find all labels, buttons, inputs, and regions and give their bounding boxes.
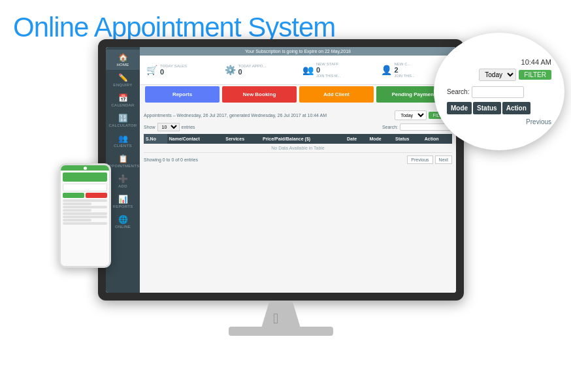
zoom-filter-select[interactable]: Today (479, 69, 516, 81)
sidebar-item-home[interactable]: 🏠 HOME (106, 50, 140, 70)
reports-icon: 📊 (118, 195, 128, 204)
enquiry-icon: ✏️ (118, 73, 128, 82)
home-icon: 🏠 (118, 53, 128, 62)
phone-line-5 (63, 212, 107, 215)
page-title: Online Appointment System (13, 12, 335, 43)
staff-info: NEW STAFF 0 JOIN THIS M... (316, 62, 340, 78)
appointments-table: S.No Name/Contact Services Price/Paid/Ba… (144, 134, 452, 153)
appo-info: TODAY APPO... 0 (238, 64, 267, 76)
phone-line-1 (63, 199, 107, 202)
col-sno: S.No (144, 134, 167, 144)
phone-line-4 (63, 209, 91, 212)
zoom-col-status: Status (473, 102, 501, 114)
phone-bar-1 (63, 172, 107, 182)
stat-new-staff: 👥 NEW STAFF 0 JOIN THIS M... (300, 59, 374, 80)
monitor-screen: 🏠 HOME ✏️ ENQUIRY 📅 CALENDAR 🔢 CALCULATO… (106, 47, 456, 293)
entries-select[interactable]: 10 (157, 123, 180, 131)
main-content: Your Subscription is going to Expire on … (140, 47, 456, 293)
phone-tag-red (86, 193, 107, 198)
phone-line-2 (63, 203, 91, 205)
sidebar-item-enquiry[interactable]: ✏️ ENQUIRY (106, 70, 140, 90)
staff-value: 0 (316, 66, 340, 74)
banner-text: Your Subscription is going to Expire on … (245, 49, 351, 54)
sidebar-label-clients: CLIENTS (114, 144, 131, 148)
zoom-time: 10:44 AM (447, 58, 551, 66)
monitor-stand-base (229, 327, 333, 336)
online-icon: 🌐 (118, 215, 128, 224)
phone-screen (61, 171, 109, 266)
col-mode: Mode (367, 134, 393, 144)
calendar-icon: 📅 (118, 93, 128, 103)
client-icon: 👤 (381, 65, 392, 75)
sidebar-label-add: ADD (118, 184, 127, 188)
phone-tag-green (63, 193, 84, 198)
client-info: NEW C... 2 JOIN THIS... (395, 62, 415, 78)
add-icon: ➕ (118, 174, 128, 184)
sidebar-label-home: HOME (116, 63, 129, 67)
client-value: 2 (395, 66, 415, 74)
phone-status-bar (61, 165, 109, 171)
add-client-button[interactable]: Add Client (299, 86, 374, 103)
sidebar-label-calendar: CALENDAR (111, 103, 134, 107)
show-label: Show (144, 125, 155, 129)
sidebar-item-clients[interactable]: 👥 CLIENTS (106, 131, 140, 151)
sidebar-item-calculator[interactable]: 🔢 CALCULATOR (106, 110, 140, 131)
zoom-inner: 10:44 AM Today FILTER Search: Mode Statu… (447, 58, 551, 125)
zoom-filter-group: Today FILTER (447, 69, 551, 81)
prev-button[interactable]: Previous (407, 155, 432, 164)
phone-bar-2 (63, 184, 107, 191)
zoom-col-action: Action (502, 102, 530, 114)
new-booking-button[interactable]: New Booking (222, 86, 297, 103)
search-group: Search: (382, 123, 452, 131)
phone-device (59, 163, 118, 281)
show-entries-group: Show 10 entries (144, 123, 195, 131)
search-input[interactable] (400, 123, 452, 131)
staff-icon: 👥 (302, 65, 314, 75)
footer-text: Showing 0 to 0 of 0 entries (144, 157, 198, 162)
col-date: Date (345, 134, 368, 144)
appointments-header: Appointments – Wednesday, 26 Jul 2017, g… (144, 110, 452, 120)
phone-line-6 (63, 216, 107, 218)
phone-bezel (59, 163, 111, 268)
stat-today-sales: 🛒 TODAY SALES 0 (144, 59, 218, 80)
reports-button[interactable]: Reports (145, 86, 220, 103)
sidebar-label-calculator: CALCULATOR (109, 123, 137, 127)
appo-value: 0 (238, 68, 267, 76)
subscription-banner: Your Subscription is going to Expire on … (140, 47, 456, 56)
zoom-col-mode: Mode (447, 102, 472, 114)
phone-line-7 (63, 219, 91, 221)
phone-line-8 (63, 222, 107, 225)
calculator-icon: 🔢 (118, 114, 128, 123)
table-controls: Show 10 entries Search: (144, 123, 452, 131)
zoom-search-input[interactable] (472, 86, 524, 98)
search-label: Search: (382, 125, 398, 129)
zoom-popup: 10:44 AM Today FILTER Search: Mode Statu… (434, 33, 564, 150)
no-data-cell: No Data Available in Table (144, 144, 452, 153)
zoom-filter-button[interactable]: FILTER (519, 70, 551, 80)
pagination-group: Previous Next (407, 155, 452, 164)
zoom-search-label: Search: (447, 88, 469, 95)
client-sub: JOIN THIS... (395, 74, 415, 78)
phone-camera-dot (84, 167, 87, 170)
filter-select[interactable]: Today (395, 110, 427, 120)
action-buttons-row: Reports New Booking Add Client Pending P… (140, 85, 456, 108)
stat-today-appo: ⚙️ TODAY APPO... 0 (222, 59, 297, 80)
next-button[interactable]: Next (435, 155, 452, 164)
staff-sub: JOIN THIS M... (316, 74, 340, 78)
sidebar-item-calendar[interactable]: 📅 CALENDAR (106, 90, 140, 110)
col-status: Status (393, 134, 423, 144)
monitor-stand-neck (261, 302, 301, 328)
table-footer: Showing 0 to 0 of 0 entries Previous Nex… (144, 155, 452, 164)
appo-icon: ⚙️ (225, 65, 236, 75)
zoom-previous-text: Previous (447, 118, 551, 125)
no-data-row: No Data Available in Table (144, 144, 452, 153)
zoom-search-group: Search: (447, 86, 551, 98)
appointments-section: Appointments – Wednesday, 26 Jul 2017, g… (140, 108, 456, 293)
zoom-table-header: Mode Status Action (447, 102, 551, 114)
apple-logo-icon:  (273, 310, 278, 327)
sales-info: TODAY SALES 0 (160, 64, 187, 76)
stats-row: 🛒 TODAY SALES 0 ⚙️ TODAY APPO... 0 (140, 56, 456, 85)
col-price: Price/Paid/Balance ($) (261, 134, 345, 144)
monitor-bezel: 🏠 HOME ✏️ ENQUIRY 📅 CALENDAR 🔢 CALCULATO… (98, 39, 464, 301)
appointments-icon: 📋 (118, 154, 128, 163)
